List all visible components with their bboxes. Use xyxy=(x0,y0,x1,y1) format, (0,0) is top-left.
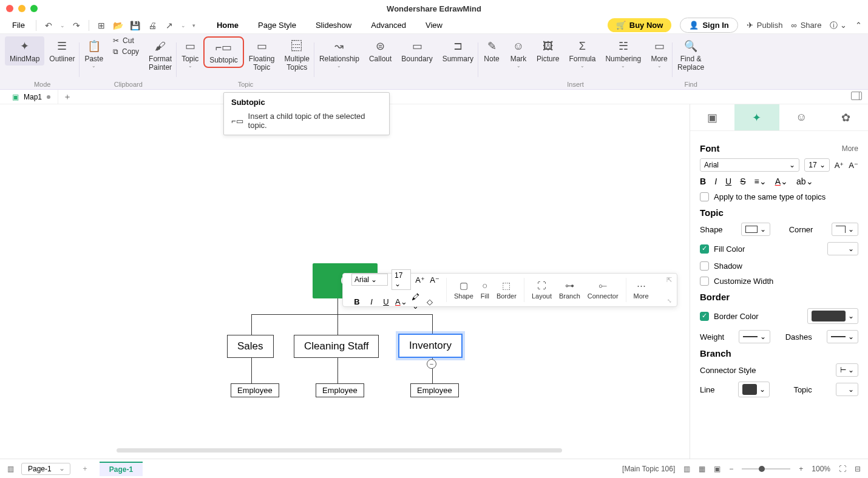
subtopic-employee-2[interactable]: Employee xyxy=(316,383,364,397)
multiple-topics-button[interactable]: ⿳ Multiple Topics xyxy=(280,36,314,75)
float-layout[interactable]: ⛶Layout xyxy=(528,280,555,300)
mindmap-button[interactable]: ✦ MindMap xyxy=(5,36,44,66)
fill-color-check[interactable]: Fill Color ⌄ xyxy=(700,242,858,255)
paste-button[interactable]: 📋 Paste ⌄ xyxy=(80,36,108,71)
font-shrink[interactable]: A⁻ xyxy=(849,161,858,170)
tab-home[interactable]: Home xyxy=(214,19,241,31)
mark-button[interactable]: ☺Mark⌄ xyxy=(505,36,532,71)
pages-panel-button[interactable]: ▥ xyxy=(7,465,14,473)
tab-advanced[interactable]: Advanced xyxy=(368,19,409,31)
apply-same-check[interactable]: Apply to the same type of topics xyxy=(700,192,858,201)
copy-button[interactable]: ⧉Copy xyxy=(113,47,139,56)
tab-page-style[interactable]: Page Style xyxy=(256,19,299,31)
fullscreen-button[interactable]: ⊟ xyxy=(855,465,861,473)
floating-topic-button[interactable]: ▭ Floating Topic xyxy=(244,36,280,75)
font-size-select[interactable]: 17 ⌄ xyxy=(804,158,829,172)
sign-in-button[interactable]: 👤 Sign In xyxy=(680,18,737,33)
float-more[interactable]: ⋯More xyxy=(630,280,653,300)
case-button[interactable]: ab⌄ xyxy=(796,177,813,186)
topic-cleaning[interactable]: Cleaning Staff xyxy=(294,335,379,358)
font-grow[interactable]: A⁺ xyxy=(835,161,844,170)
view-mode-3[interactable]: ▣ xyxy=(714,465,721,473)
corner-select[interactable]: ⌄ xyxy=(832,223,858,236)
zoom-in[interactable]: + xyxy=(799,465,803,473)
float-shape[interactable]: ▢Shape xyxy=(450,280,477,300)
zoom-value[interactable]: 100% xyxy=(812,465,830,473)
print-button[interactable]: 🖨 xyxy=(145,18,160,33)
buy-now-button[interactable]: 🛒 Buy Now xyxy=(608,18,672,32)
minimize-window-icon[interactable] xyxy=(18,5,25,12)
add-doc-tab[interactable]: ＋ xyxy=(63,92,72,103)
fit-page-button[interactable]: ⛶ xyxy=(839,465,846,473)
summary-button[interactable]: ⊐Summary xyxy=(438,36,478,66)
tab-slideshow[interactable]: Slideshow xyxy=(313,19,354,31)
subtopic-employee-3[interactable]: Employee xyxy=(410,383,459,397)
subtopic-employee-1[interactable]: Employee xyxy=(231,383,279,397)
collapse-handle[interactable]: − xyxy=(427,359,436,369)
formula-button[interactable]: ΣFormula⌄ xyxy=(564,36,600,71)
customize-width-check[interactable]: Customize Width xyxy=(700,277,858,286)
export-dropdown[interactable]: ⌄ xyxy=(179,18,188,33)
file-menu[interactable]: File xyxy=(6,19,31,31)
close-window-icon[interactable] xyxy=(6,5,13,12)
redo-button[interactable]: ↷ xyxy=(69,18,84,33)
boundary-button[interactable]: ▭Boundary xyxy=(396,36,437,66)
save-button[interactable]: 💾 xyxy=(128,18,143,33)
fill-color-select[interactable]: ⌄ xyxy=(827,242,858,255)
publish-button[interactable]: ✈ Publish xyxy=(747,21,783,30)
float-clear-format[interactable]: ◇ xyxy=(424,297,435,306)
panel-tab-layout[interactable]: ▣ xyxy=(690,104,734,130)
add-page-button[interactable]: ＋ xyxy=(75,463,95,474)
subtopic-button[interactable]: ⌐▭ Subtopic xyxy=(203,36,244,68)
float-font-select[interactable]: Arial ⌄ xyxy=(351,274,388,286)
float-border[interactable]: ⬚Border xyxy=(493,280,520,300)
export-button[interactable]: ↗ xyxy=(162,18,177,33)
qat-customize[interactable]: ▾ xyxy=(190,18,198,33)
font-more[interactable]: More xyxy=(842,144,858,153)
shape-select[interactable]: ⌄ xyxy=(741,223,770,236)
weight-select[interactable]: ⌄ xyxy=(739,330,770,343)
help-button[interactable]: ⓘ ⌄ xyxy=(830,20,847,31)
topic-inventory[interactable]: Inventory xyxy=(398,334,463,358)
collapse-ribbon-button[interactable]: ⌃ xyxy=(855,21,862,30)
float-pin[interactable]: ⇱ xyxy=(666,276,672,284)
bold-button[interactable]: B xyxy=(700,177,706,186)
dashes-select[interactable]: ⌄ xyxy=(827,330,858,343)
open-button[interactable]: 📂 xyxy=(111,18,126,33)
topic-sales[interactable]: Sales xyxy=(227,335,274,358)
italic-button[interactable]: I xyxy=(714,177,717,186)
more-insert-button[interactable]: ▭More⌄ xyxy=(646,36,673,71)
shadow-check[interactable]: Shadow xyxy=(700,261,858,271)
view-mode-1[interactable]: ▥ xyxy=(683,465,690,473)
maximize-window-icon[interactable] xyxy=(30,5,38,12)
border-color-check[interactable]: Border Color ⌄ xyxy=(700,308,858,324)
horizontal-scrollbar[interactable] xyxy=(117,448,562,453)
picture-button[interactable]: 🖼Picture xyxy=(532,36,564,66)
doc-tab-map1[interactable]: ▣ Map1 xyxy=(5,90,58,104)
panel-tab-style[interactable]: ✦ xyxy=(734,104,779,130)
float-font-grow[interactable]: A⁺ xyxy=(415,275,426,284)
note-button[interactable]: ✎Note xyxy=(478,36,505,66)
float-font-color[interactable]: A⌄ xyxy=(395,297,406,306)
connector-style-select[interactable]: ⊢ ⌄ xyxy=(836,363,858,377)
float-bold[interactable]: B xyxy=(351,297,362,306)
relationship-button[interactable]: ↝Relationship⌄ xyxy=(314,36,364,71)
undo-dropdown[interactable]: ⌄ xyxy=(58,18,67,33)
new-button[interactable]: ⊞ xyxy=(94,18,109,33)
numbering-button[interactable]: ☵Numbering⌄ xyxy=(600,36,646,71)
panel-toggle-button[interactable] xyxy=(851,92,862,100)
underline-button[interactable]: U xyxy=(725,177,731,186)
font-color-button[interactable]: A⌄ xyxy=(775,177,788,186)
float-connector[interactable]: ⟜Connector xyxy=(584,280,622,300)
page-tab-1[interactable]: Page-1 xyxy=(100,462,143,476)
float-highlight[interactable]: 🖍⌄ xyxy=(410,292,421,311)
float-underline[interactable]: U xyxy=(381,297,392,306)
zoom-out[interactable]: − xyxy=(729,465,733,473)
topic-color-select[interactable]: ⌄ xyxy=(836,383,858,396)
tab-view[interactable]: View xyxy=(423,19,445,31)
line-color-select[interactable]: ⌄ xyxy=(738,382,770,397)
outliner-button[interactable]: ☰ Outliner xyxy=(44,36,80,66)
float-branch[interactable]: ⊶Branch xyxy=(555,280,584,300)
format-painter-button[interactable]: 🖌 Format Painter xyxy=(144,36,177,75)
topic-button[interactable]: ▭ Topic ⌄ xyxy=(177,36,203,71)
